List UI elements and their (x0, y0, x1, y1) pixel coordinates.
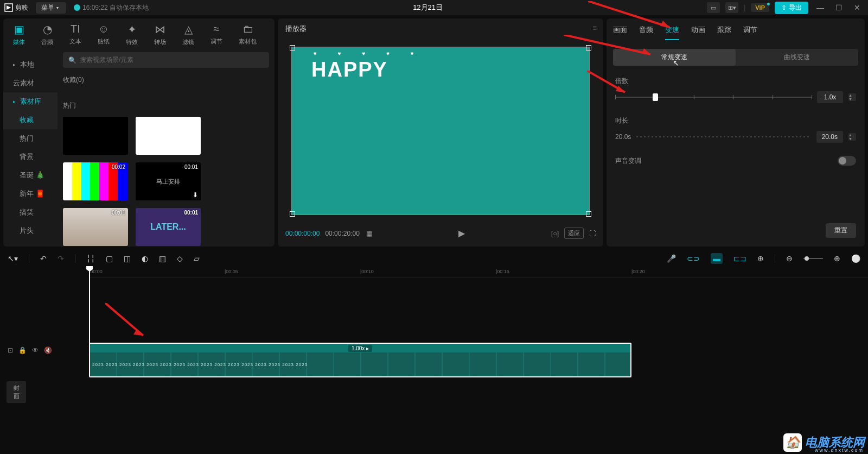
menu-button[interactable]: 菜单▾ (36, 2, 66, 14)
total-time: 00:00:20:00 (325, 230, 359, 237)
track-visible-icon[interactable]: 👁 (32, 346, 39, 354)
side-sub-圣诞 🎄[interactable]: 圣诞 🎄 (3, 166, 58, 185)
duration-label: 时长 (615, 116, 856, 125)
top-tab-转场[interactable]: ⋈转场 (154, 23, 166, 52)
speed-slider[interactable] (615, 97, 812, 98)
export-button[interactable]: ⇧导出 (775, 2, 808, 14)
top-tab-媒体[interactable]: ▣媒体 (13, 23, 25, 52)
thumb-5[interactable]: 00:01LATER... (136, 208, 201, 246)
zoom-in-icon[interactable]: ⊕ (834, 254, 840, 263)
preview-canvas[interactable]: ♥ ♥ ♥ ♥ ♥ HAPPY (292, 47, 589, 215)
play-button[interactable]: ▶ (372, 228, 551, 238)
link-icon[interactable]: ▬ (711, 253, 723, 264)
top-tab-贴纸[interactable]: ☺贴纸 (98, 23, 110, 52)
app-logo: 剪映 (4, 3, 28, 12)
layout-icon-2[interactable]: ⊞▾ (725, 2, 738, 13)
reset-button[interactable]: 重置 (826, 223, 856, 238)
minimize-button[interactable]: — (814, 3, 827, 12)
ratio-button[interactable]: 适应 (564, 228, 584, 239)
thumb-3[interactable]: 00:01马上安排⬇ (136, 162, 201, 200)
reverse-icon[interactable]: ◐ (142, 254, 148, 263)
compare-icon[interactable]: [○] (551, 230, 559, 237)
pitch-toggle[interactable] (838, 156, 856, 166)
side-sub-新年 🧧[interactable]: 新年 🧧 (3, 185, 58, 203)
preview-title: 播放器 (285, 24, 307, 34)
duration-value[interactable]: 20.0s (816, 131, 843, 143)
fullscreen-icon[interactable]: ⛶ (589, 230, 596, 237)
grid-icon[interactable]: ▦ (366, 230, 372, 237)
speed-value[interactable]: 1.0x (817, 91, 843, 103)
sub-tab-normal-speed[interactable]: 常规变速 (613, 49, 736, 66)
watermark: 🏠 电脑系统网 www.dnxtw.com (783, 433, 865, 452)
layout-icon-1[interactable]: ▭ (707, 2, 720, 13)
preview-cut-icon[interactable]: ⊏⊐ (733, 254, 746, 263)
zoom-slider[interactable] (803, 258, 823, 259)
mic-icon[interactable]: 🎤 (667, 254, 676, 263)
zoom-out-icon[interactable]: ⊖ (786, 254, 793, 263)
top-tab-文本[interactable]: TI文本 (69, 23, 81, 52)
project-title: 12月21日 (149, 3, 707, 12)
vip-badge[interactable]: VIP (751, 3, 769, 12)
side-cat-本地[interactable]: ▸本地 (3, 55, 58, 74)
thumb-2[interactable]: 00:02 (63, 162, 128, 200)
top-tab-滤镜[interactable]: ◬滤镜 (182, 23, 194, 52)
mirror-icon[interactable]: ▥ (159, 254, 166, 263)
prop-tab-跟踪[interactable]: 跟踪 (717, 25, 731, 40)
thumb-0[interactable] (63, 117, 128, 155)
maximize-button[interactable]: ☐ (832, 3, 845, 12)
align-icon[interactable]: ⊕ (757, 254, 764, 263)
cover-button[interactable]: 封面 (7, 381, 26, 403)
thumb-4[interactable]: 00:01 (63, 208, 128, 246)
preview-menu-icon[interactable]: ≡ (592, 24, 596, 34)
search-input[interactable]: 🔍 搜索视频场景/元素 (63, 52, 269, 68)
duration-spinner[interactable]: ▲▼ (848, 133, 856, 141)
timeline-clip[interactable]: 1.00x ▸ 2023 2023 2023 2023 2023 2023 20… (89, 343, 631, 377)
top-tab-特效[interactable]: ✦特效 (126, 23, 138, 52)
clip-speed-label: 1.00x ▸ (348, 345, 372, 352)
thumb-1[interactable] (136, 117, 201, 155)
redo-icon[interactable]: ↷ (58, 254, 64, 263)
side-sub-收藏[interactable]: 收藏 (3, 111, 58, 129)
prop-tab-变速[interactable]: 变速 (665, 25, 679, 40)
undo-icon[interactable]: ↶ (40, 254, 47, 263)
track-lock-icon[interactable]: 🔒 (18, 346, 27, 354)
hot-label: 热门 (63, 101, 269, 110)
side-cat-云素材[interactable]: 云素材 (3, 74, 58, 92)
side-sub-热门[interactable]: 热门 (3, 129, 58, 148)
split-icon[interactable]: ╎╎ (86, 254, 95, 263)
prop-tab-画面[interactable]: 画面 (613, 25, 627, 40)
canvas-text: HAPPY (311, 58, 388, 81)
top-tab-调节[interactable]: ≈调节 (210, 23, 222, 52)
autosave-status: 16:09:22 自动保存本地 (74, 3, 149, 12)
magnet-icon[interactable]: ⊂⊃ (687, 254, 700, 263)
prop-tab-音频[interactable]: 音频 (639, 25, 653, 40)
rotate-icon[interactable]: ◇ (177, 254, 183, 263)
track-mute-icon[interactable]: 🔇 (44, 346, 52, 354)
current-time: 00:00:00:00 (285, 230, 320, 237)
duration-left: 20.0s (615, 133, 631, 141)
side-sub-片头[interactable]: 片头 (3, 222, 58, 240)
side-sub-搞笑[interactable]: 搞笑 (3, 203, 58, 222)
side-cat-素材库[interactable]: ▸素材库 (3, 92, 58, 111)
favorites-label: 收藏(0) (63, 75, 269, 85)
top-tab-音频[interactable]: ◔音频 (41, 23, 53, 52)
cursor-tool-icon[interactable]: ↖▾ (8, 254, 18, 263)
speed-spinner[interactable]: ▲▼ (848, 93, 856, 101)
duration-slider[interactable] (636, 136, 810, 137)
pitch-label: 声音变调 (615, 156, 641, 166)
close-button[interactable]: ✕ (851, 3, 864, 12)
top-tab-素材包[interactable]: 🗀素材包 (239, 23, 257, 52)
prop-tab-调节[interactable]: 调节 (743, 25, 757, 40)
crop-icon[interactable]: ▱ (194, 254, 200, 263)
side-sub-背景[interactable]: 背景 (3, 148, 58, 166)
delete-icon[interactable]: ▢ (106, 254, 113, 263)
speed-label: 倍数 (615, 77, 856, 86)
track-expand-icon[interactable]: ⊡ (8, 346, 13, 354)
frame-icon[interactable]: ◫ (124, 254, 131, 263)
sub-tab-curve-speed[interactable]: 曲线变速 (736, 49, 858, 66)
zoom-fit-icon[interactable]: ⚪ (851, 254, 860, 263)
prop-tab-动画[interactable]: 动画 (691, 25, 705, 40)
